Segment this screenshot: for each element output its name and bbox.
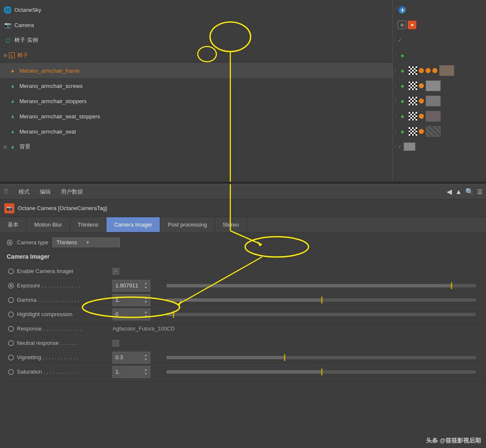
param-value-box: 1.907911 ▲ ▼ xyxy=(112,280,163,292)
tree-item-seat[interactable]: ▲ Merano_armchair_seat xyxy=(0,124,393,139)
mesh-icon: ▲ xyxy=(8,66,17,75)
highlight-spinbox[interactable]: 0 ▲ ▼ xyxy=(112,309,150,320)
tree-label: Merano_armchair_stoppers xyxy=(19,98,87,104)
tree-label: 背景 xyxy=(19,143,30,150)
material-thumbnail xyxy=(426,80,441,91)
camera-type-dropdown[interactable]: Thinlens ▼ xyxy=(52,238,120,247)
param-label: Saturation . . . . . . . . . . . . xyxy=(15,369,112,375)
tree-item-bg[interactable]: ⊞ ▲ 背景 xyxy=(0,139,393,154)
camera-settings-icon[interactable]: ⚙ xyxy=(398,21,406,29)
decrement-icon[interactable]: ▼ xyxy=(144,372,147,376)
param-radio[interactable] xyxy=(7,311,15,317)
menu-item-userdata[interactable]: 用户数据 xyxy=(59,187,85,197)
tab-motion-blur[interactable]: Motion Blur xyxy=(27,217,70,232)
slider-fill xyxy=(167,370,321,374)
radio-dot xyxy=(8,340,14,346)
col-row: / ◆ xyxy=(393,78,486,93)
vignetting-slider[interactable] xyxy=(167,356,476,359)
gamma-slider[interactable] xyxy=(167,298,476,302)
material-thumbnail xyxy=(426,126,441,137)
tab-post-processing[interactable]: Post processing xyxy=(160,217,215,232)
gamma-spinbox[interactable]: 1. ▲ ▼ xyxy=(112,294,150,306)
col-row: / ◆ xyxy=(393,93,486,109)
tab-stereo[interactable]: Stereo xyxy=(215,217,247,232)
menu-icon[interactable]: ☰ xyxy=(477,188,483,195)
tree-item-seat-stoppers[interactable]: ▲ Merano_armchair_seat_stoppers xyxy=(0,109,393,124)
spinbox-arrows[interactable]: ▲ ▼ xyxy=(144,368,147,376)
param-radio[interactable] xyxy=(7,369,15,375)
tree-item-camera[interactable]: 📷 Camera xyxy=(0,17,393,33)
tab-camera-imager[interactable]: Camera Imager xyxy=(106,217,160,232)
tree-item-screws[interactable]: ▲ Merano_armchair_screws xyxy=(0,78,393,93)
expand-icon: ⊞ xyxy=(3,145,7,149)
decrement-icon[interactable]: ▼ xyxy=(144,314,147,319)
tree-item-chair-null[interactable]: ⊞ L 椅子 xyxy=(0,48,393,63)
orange-dot xyxy=(419,98,424,104)
spinbox-arrows[interactable]: ▲ ▼ xyxy=(144,310,147,319)
param-radio[interactable] xyxy=(7,355,15,361)
tree-label: Camera xyxy=(14,22,34,28)
param-radio[interactable] xyxy=(7,326,15,332)
orange-dot xyxy=(432,68,437,73)
tab-basic[interactable]: 基本 xyxy=(0,217,27,232)
tree-item-frame[interactable]: ▲ Merano_armchair_frame xyxy=(0,63,393,78)
increment-icon[interactable]: ▲ xyxy=(144,310,147,314)
search-icon[interactable]: 🔍 xyxy=(465,188,474,196)
checkbox-enable[interactable]: ✓ xyxy=(112,268,119,275)
increment-icon[interactable]: ▲ xyxy=(144,296,147,300)
spinbox-arrows[interactable]: ▲ ▼ xyxy=(144,353,147,362)
increment-icon[interactable]: ▲ xyxy=(144,368,147,372)
decrement-icon[interactable]: ▼ xyxy=(144,358,147,362)
param-radio[interactable] xyxy=(7,340,15,346)
tree-item-stoppers[interactable]: ▲ Merano_armchair_stoppers xyxy=(0,93,393,109)
octane-camera-tag-icon[interactable]: ■ xyxy=(408,21,416,29)
exposure-spinbox[interactable]: 1.907911 ▲ ▼ xyxy=(112,280,150,292)
checkbox-neutral[interactable] xyxy=(112,340,119,347)
param-radio[interactable] xyxy=(7,283,15,289)
arrow-up-icon[interactable]: ▲ xyxy=(455,188,462,196)
vignetting-spinbox[interactable]: 0.3 ▲ ▼ xyxy=(112,352,150,363)
radio-dot xyxy=(8,283,14,289)
increment-icon[interactable]: ▲ xyxy=(144,353,147,358)
diamond-icon: ◆ xyxy=(398,112,407,121)
decrement-icon[interactable]: ▼ xyxy=(144,300,147,304)
tree-item-chair-instance[interactable]: ⬡ 椅子 实例 xyxy=(0,33,393,48)
spinbox-arrows[interactable]: ▲ ▼ xyxy=(144,296,147,304)
exposure-slider[interactable] xyxy=(167,284,476,287)
tree-item-octane-sky[interactable]: 🌐 OctaneSky xyxy=(0,2,393,17)
arrow-left-icon[interactable]: ◀ xyxy=(447,188,452,196)
tree-label: OctaneSky xyxy=(14,7,41,13)
diamond-icon: ◆ xyxy=(398,51,407,60)
mesh-icon: ▲ xyxy=(8,82,17,90)
camera-badge-icon: 📷 xyxy=(6,205,13,211)
camera-type-label: Camera type xyxy=(17,239,48,246)
slash-icon: / xyxy=(395,144,396,150)
checker-icon xyxy=(409,127,417,136)
radio-dot xyxy=(8,355,14,361)
param-row-response: Response . . . . . . . . . . . . . Agfac… xyxy=(7,322,479,336)
slash-icon: / xyxy=(395,22,396,28)
menu-item-edit[interactable]: 编辑 xyxy=(38,187,52,197)
checker-icon xyxy=(409,112,417,120)
increment-icon[interactable]: ▲ xyxy=(144,281,147,286)
camera-type-radio[interactable] xyxy=(7,240,13,246)
decrement-icon[interactable]: ▼ xyxy=(144,286,147,290)
param-row-enable: Enable Camera Imager ✓ xyxy=(7,264,479,279)
menu-item-mode[interactable]: 模式 xyxy=(17,187,31,197)
tabs-row: 基本 Motion Blur Thinlens Camera Imager Po… xyxy=(0,217,486,232)
saturation-spinbox[interactable]: 1. ▲ ▼ xyxy=(112,366,150,378)
slash-icon: / xyxy=(395,98,396,104)
highlight-slider[interactable] xyxy=(167,313,476,316)
saturation-slider[interactable] xyxy=(167,370,476,374)
param-value-box: 1. ▲ ▼ xyxy=(112,294,163,306)
spinbox-arrows[interactable]: ▲ ▼ xyxy=(144,281,147,290)
response-value: Agfacolor_Futura_100CD xyxy=(112,325,175,332)
material-thumbnail xyxy=(426,111,441,122)
gamma-value: 1. xyxy=(115,297,143,303)
col-row: / ◆ xyxy=(393,63,486,78)
radio-dot xyxy=(8,326,14,332)
tab-thinlens[interactable]: Thinlens xyxy=(70,217,106,232)
param-radio[interactable] xyxy=(7,268,15,274)
globe-icon: 🌐 xyxy=(3,5,12,14)
param-radio[interactable] xyxy=(7,297,15,303)
